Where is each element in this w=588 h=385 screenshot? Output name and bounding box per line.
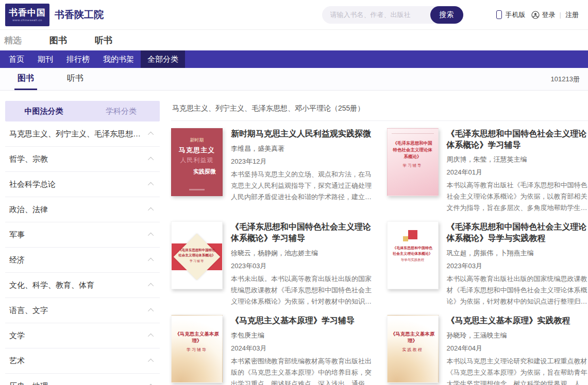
- mobile-phone-icon: [496, 10, 502, 19]
- category-label: 政治、法律: [9, 205, 48, 215]
- book-title[interactable]: 新时期马克思主义人民利益观实践探微: [231, 128, 373, 139]
- content-tabs: 图书 听书: [14, 68, 113, 90]
- content: 中图法分类 学科分类 马克思主义、列宁主义、毛泽东思想、... 哲学、宗教: [0, 91, 588, 385]
- cover-text-line: 学习辅导: [178, 259, 216, 264]
- user-icon: [531, 11, 540, 19]
- book-cover[interactable]: 《马克思主义基本原理》实践教程: [387, 315, 439, 383]
- mobile-version-link[interactable]: 手机版: [506, 10, 526, 20]
- chevron-up-icon: [148, 359, 154, 364]
- category-label: 马克思主义、列宁主义、毛泽东思想、...: [9, 129, 142, 139]
- top-nav-item[interactable]: 图书: [49, 34, 67, 46]
- main-nav-item[interactable]: 全部分类: [141, 50, 185, 68]
- chevron-up-icon: [148, 308, 154, 314]
- chevron-up-icon: [148, 132, 154, 137]
- sidebar-category-item[interactable]: 哲学、宗教: [5, 147, 160, 172]
- chevron-up-icon: [148, 182, 154, 188]
- book-description: 本书坚持马克思主义的立场、观点和方法，在马克思主义人民利益观指导下，探究通过正确…: [231, 169, 373, 203]
- book-title[interactable]: 《马克思主义基本原理》实践教程: [447, 315, 588, 326]
- page: 书香中国 www.chineseall.cn 书香陕工院 搜索 手机版 登录 |…: [0, 0, 588, 385]
- sidebar-category-item[interactable]: 社会科学总论: [5, 172, 160, 197]
- book-date: 2023年03月: [447, 261, 588, 271]
- main-nav-item[interactable]: 我的书架: [96, 50, 141, 68]
- sidebar-tab[interactable]: 学科分类: [82, 101, 160, 121]
- sidebar-category-item[interactable]: 马克思主义、列宁主义、毛泽东思想、...: [5, 121, 160, 147]
- content-tab[interactable]: 图书: [14, 68, 37, 90]
- book-title[interactable]: 《毛泽东思想和中国特色社会主义理论体系概论》学习辅导: [447, 128, 588, 150]
- cover-text-line: 实践教程: [391, 347, 435, 353]
- book-cover[interactable]: 《毛泽东思想和中国特色社会主义理论体系概论》学习辅导: [387, 128, 439, 196]
- book-description: 本书未出版。本书以高等教育出版社出版的国家统编思政课教材《毛泽东思想和中国特色社…: [231, 273, 373, 307]
- sidebar-tab[interactable]: 中图法分类: [5, 101, 82, 121]
- book-author: 周庆博，朱莹，汪慧英主编: [447, 155, 588, 164]
- book-cover[interactable]: 《毛泽东思想和中国特色社会主义理论体系概论》学习辅导: [171, 221, 223, 289]
- book-author: 徐晓云，杨静娴，池志娇主编: [231, 249, 373, 258]
- book-info: 《马克思主义基本原理》学习辅导 李包庚主编 2024年03月 本书紧密围绕教育部…: [231, 315, 373, 385]
- cover-text-line: 新时期: [176, 137, 218, 144]
- book-info: 《毛泽东思想和中国特色社会主义理论体系概论》导学与实践教程 巩立超，房振伟，卜翔…: [447, 221, 588, 307]
- top-nav-item[interactable]: 听书: [95, 34, 112, 46]
- book-card: 《马克思主义基本原理》学习辅导 《马克思主义基本原理》学习辅导 李包庚主编 20…: [171, 315, 373, 385]
- sidebar-category-item[interactable]: 艺术: [5, 348, 160, 374]
- cover-text-line: 实践探微: [176, 168, 218, 176]
- category-label: 文学: [9, 331, 25, 341]
- cover-text-line: 《毛泽东思想和中国特色社会主义理论体系概论》: [178, 248, 216, 258]
- book-card: 《马克思主义基本原理》实践教程 《马克思主义基本原理》实践教程 孙晓玲，王涵映主…: [387, 315, 588, 385]
- sidebar-category-item[interactable]: 经济: [5, 248, 160, 273]
- sidebar-category-item[interactable]: 文学: [5, 323, 160, 348]
- register-link[interactable]: 注册: [565, 10, 579, 20]
- book-card: 《毛泽东思想和中国特色社会主义理论体系概论》学习辅导 《毛泽东思想和中国特色社会…: [387, 128, 588, 214]
- book-title[interactable]: 《马克思主义基本原理》学习辅导: [231, 315, 373, 326]
- login-link[interactable]: 登录: [542, 10, 556, 20]
- search-button[interactable]: 搜索: [430, 6, 463, 24]
- cover-text-line: 学习辅导: [175, 347, 219, 353]
- chevron-up-icon: [148, 233, 154, 238]
- divider: |: [560, 11, 561, 19]
- cover-text-line: 人民利益观: [176, 156, 218, 165]
- book-description: 本书紧密围绕教育部统编教材高等教育出版社出版的《马克思主义基本原理》中的培养目标…: [231, 356, 373, 385]
- sidebar-category-item[interactable]: 文化、科学、教育、体育: [5, 273, 160, 298]
- main-nav-item[interactable]: 首页: [2, 50, 31, 68]
- content-tab[interactable]: 听书: [64, 68, 87, 90]
- book-cover[interactable]: 《马克思主义基本原理》学习辅导: [171, 315, 223, 383]
- book-date: 2024年01月: [447, 168, 588, 177]
- category-label: 语言、文字: [9, 306, 48, 316]
- books-grid: 新时期马克思主义人民利益观实践探微 新时期马克思主义人民利益观实践探微 李维昌，…: [171, 121, 588, 385]
- category-list: 马克思主义、列宁主义、毛泽东思想、... 哲学、宗教 社会科学总论: [5, 121, 160, 385]
- book-title[interactable]: 《毛泽东思想和中国特色社会主义理论体系概论》导学与实践教程: [447, 221, 588, 243]
- top-nav-item[interactable]: 精选: [4, 34, 22, 46]
- section-title: 马克思主义、列宁主义、毛泽东思想、邓小平理论（255册）: [171, 101, 588, 121]
- book-cover[interactable]: 《毛泽东思想和中国特色社会主义理论体系概论》导学与实践教程: [387, 221, 439, 289]
- cover-text-line: 《马克思主义基本原理》: [391, 331, 435, 344]
- sidebar-tabs: 中图法分类 学科分类: [5, 101, 160, 121]
- book-description: 本书以高等教育出版社出版的国家统编思政课教材《毛泽东思想和中国特色社会主义理论体…: [447, 273, 588, 307]
- top-nav: 精选 图书 听书: [0, 30, 588, 50]
- category-label: 艺术: [9, 356, 25, 366]
- sidebar-category-item[interactable]: 军事: [5, 222, 160, 248]
- book-card: 新时期马克思主义人民利益观实践探微 新时期马克思主义人民利益观实践探微 李维昌，…: [171, 128, 373, 214]
- chevron-up-icon: [148, 207, 154, 213]
- book-title[interactable]: 《毛泽东思想和中国特色社会主义理论体系概论》学习辅导: [231, 221, 373, 243]
- search-bar: 搜索: [322, 6, 463, 24]
- sidebar-category-item[interactable]: 政治、法律: [5, 197, 160, 222]
- header: 书香中国 www.chineseall.cn 书香陕工院 搜索 手机版 登录 |…: [0, 0, 588, 30]
- book-author: 巩立超，房振伟，卜翔燕主编: [447, 249, 588, 258]
- chevron-up-icon: [148, 334, 154, 339]
- book-author: 李包庚主编: [231, 331, 373, 340]
- cover-text-line: 导学与实践教程: [392, 258, 433, 262]
- book-info: 《马克思主义基本原理》实践教程 孙晓玲，王涵映主编 2024年04月 本书以马克…: [447, 315, 588, 385]
- category-label: 经济: [9, 255, 25, 265]
- category-sidebar: 中图法分类 学科分类 马克思主义、列宁主义、毛泽东思想、... 哲学、宗教: [5, 101, 160, 385]
- book-cover[interactable]: 新时期马克思主义人民利益观实践探微: [171, 128, 223, 196]
- sidebar-category-item[interactable]: 历史、地理: [5, 374, 160, 385]
- category-label: 历史、地理: [9, 381, 48, 385]
- main-nav-item[interactable]: 期刊: [31, 50, 60, 68]
- main-nav-item[interactable]: 排行榜: [60, 50, 96, 68]
- sidebar-category-item[interactable]: 语言、文字: [5, 298, 160, 323]
- chevron-up-icon: [148, 258, 154, 264]
- category-label: 社会科学总论: [9, 180, 56, 189]
- book-description: 本书以高等教育出版社《毛泽东思想和中国特色社会主义理论体系概论》为依据，以教育部…: [447, 180, 588, 214]
- book-author: 李维昌，盛美真著: [231, 144, 373, 153]
- site-logo[interactable]: 书香中国 www.chineseall.cn: [5, 4, 49, 26]
- book-date: 2024年03月: [231, 344, 373, 353]
- book-card: 《毛泽东思想和中国特色社会主义理论体系概论》导学与实践教程 《毛泽东思想和中国特…: [387, 221, 588, 307]
